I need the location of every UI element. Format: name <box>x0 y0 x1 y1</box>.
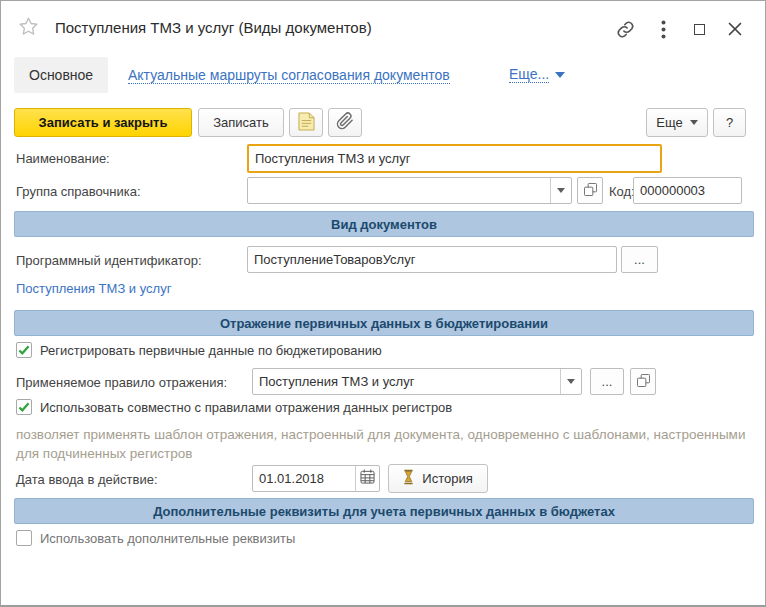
hint-text: позволяет применять шаблон отражения, на… <box>16 425 758 463</box>
toolbar-more-label: Еще <box>656 115 682 130</box>
effective-date-field <box>252 465 380 492</box>
code-input[interactable] <box>634 178 741 203</box>
attachments-button[interactable] <box>328 108 362 137</box>
section-header-additional: Дополнительные реквизиты для учета перви… <box>14 498 754 524</box>
get-link-icon[interactable] <box>613 17 637 41</box>
save-and-close-label: Записать и закрыть <box>39 115 168 130</box>
calendar-icon <box>360 469 375 488</box>
favorite-star-icon[interactable] <box>16 14 40 38</box>
open-value-icon <box>637 374 650 390</box>
tab-main[interactable]: Основное <box>14 57 108 93</box>
section-header-doc-type: Вид документов <box>14 211 754 237</box>
tab-main-label: Основное <box>29 67 93 83</box>
effective-date-field-label: Дата ввода в действие: <box>16 472 158 487</box>
group-field-label: Группа справочника: <box>16 184 141 199</box>
use-with-register-rules-checkbox[interactable]: Использовать совместно с правилами отраж… <box>16 399 452 415</box>
name-field-label: Наименование: <box>16 151 110 166</box>
help-label: ? <box>726 115 733 130</box>
checkbox-box[interactable] <box>16 530 32 546</box>
ellipsis-label: ... <box>602 374 613 389</box>
group-open-button[interactable] <box>577 177 603 204</box>
register-primary-data-checkbox[interactable]: Регистрировать первичные данные по бюдже… <box>16 342 382 358</box>
group-input[interactable] <box>248 178 550 203</box>
history-button[interactable]: История <box>388 464 488 493</box>
close-icon[interactable] <box>723 17 747 41</box>
ellipsis-label: ... <box>634 252 645 267</box>
save-and-close-button[interactable]: Записать и закрыть <box>14 108 192 137</box>
hourglass-icon <box>403 469 414 488</box>
checkbox-label: Регистрировать первичные данные по бюдже… <box>40 343 382 358</box>
check-icon <box>18 402 30 412</box>
code-field-label: Код: <box>609 184 635 199</box>
toolbar-more-button[interactable]: Еще <box>646 108 708 137</box>
tabs-more-menu[interactable]: Еще... <box>509 66 565 83</box>
checkbox-label: Использовать дополнительные реквизиты <box>40 531 295 546</box>
program-id-field-label: Программный идентификатор: <box>16 253 202 268</box>
help-button[interactable]: ? <box>713 108 746 137</box>
chevron-down-icon <box>557 188 565 193</box>
rule-field-label: Применяемое правило отражения: <box>16 375 227 390</box>
save-label: Записать <box>213 115 269 130</box>
kebab-menu-icon[interactable] <box>651 17 675 41</box>
chevron-down-icon <box>567 379 575 384</box>
chevron-down-icon <box>690 120 698 125</box>
group-dropdown-button[interactable] <box>550 178 571 203</box>
program-id-choose-button[interactable]: ... <box>621 246 658 273</box>
section-reflection-label: Отражение первичных данных в бюджетирова… <box>220 316 548 331</box>
checkbox-box[interactable] <box>16 342 32 358</box>
document-kind-link[interactable]: Поступления ТМЗ и услуг <box>16 281 171 296</box>
section-additional-label: Дополнительные реквизиты для учета перви… <box>153 504 615 519</box>
save-button[interactable]: Записать <box>198 108 284 137</box>
program-id-input[interactable] <box>248 247 616 272</box>
section-doc-type-label: Вид документов <box>331 217 437 232</box>
program-id-field <box>247 246 617 273</box>
document-icon <box>298 112 315 134</box>
tabs-more-label: Еще... <box>509 66 549 83</box>
rule-field <box>252 368 582 395</box>
name-field <box>247 144 662 173</box>
paperclip-icon <box>336 112 354 133</box>
open-value-icon <box>584 183 597 199</box>
rule-dropdown-button[interactable] <box>560 369 581 394</box>
create-note-button[interactable] <box>289 108 323 137</box>
rule-choose-button[interactable]: ... <box>590 368 624 395</box>
calendar-button[interactable] <box>355 466 379 491</box>
history-label: История <box>422 471 472 486</box>
effective-date-input[interactable] <box>253 466 355 491</box>
group-field <box>247 177 572 204</box>
name-input[interactable] <box>249 146 660 171</box>
chevron-down-icon <box>555 72 565 78</box>
window-title: Поступления ТМЗ и услуг (Виды документов… <box>55 19 372 36</box>
section-header-reflection: Отражение первичных данных в бюджетирова… <box>14 310 754 336</box>
checkbox-label: Использовать совместно с правилами отраж… <box>40 400 452 415</box>
check-icon <box>18 345 30 355</box>
checkbox-box[interactable] <box>16 399 32 415</box>
rule-input[interactable] <box>253 369 560 394</box>
use-additional-attributes-checkbox[interactable]: Использовать дополнительные реквизиты <box>16 530 295 546</box>
code-field <box>633 177 742 204</box>
maximize-icon[interactable] <box>687 17 711 41</box>
rule-open-button[interactable] <box>630 368 656 395</box>
tab-link-approval-routes[interactable]: Актуальные маршруты согласования докумен… <box>128 67 450 84</box>
document-type-form-window: Поступления ТМЗ и услуг (Виды документов… <box>0 0 766 607</box>
